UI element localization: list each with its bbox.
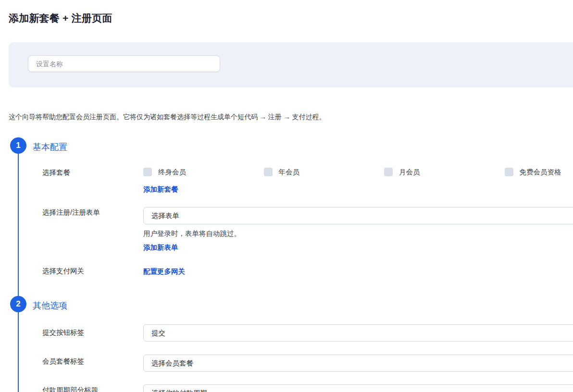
plan-option-free[interactable]: 免费会员资格 [505, 168, 573, 176]
step2-number: 2 [16, 299, 20, 309]
wizard-page: 添加新套餐 + 注册页面 这个向导将帮助您配置会员注册页面。它将仅为诸如套餐选择… [0, 0, 573, 392]
step1-circle: 1 [10, 137, 26, 154]
submit-label-input[interactable] [143, 324, 573, 342]
plan-option-label: 终身会员 [158, 168, 186, 176]
settings-panel [9, 42, 573, 87]
form-select[interactable]: 选择表单 [143, 207, 573, 224]
plan-option-label: 免费会员资格 [520, 168, 561, 176]
wizard-description: 这个向导将帮助您配置会员注册页面。它将仅为诸如套餐选择等过程生成单个短代码 → … [9, 113, 326, 122]
plan-checkbox[interactable] [264, 168, 273, 176]
step2-circle: 2 [10, 296, 26, 312]
form-hint: 用户登录时，表单将自动跳过。 [143, 229, 241, 238]
step1-number: 1 [16, 141, 20, 150]
setting-name-input[interactable] [28, 55, 220, 72]
plan-option-monthly[interactable]: 月会员 [384, 168, 505, 176]
plan-row-label: 选择套餐 [42, 168, 70, 177]
plan-label-input[interactable] [143, 355, 573, 372]
billing-title-input[interactable] [143, 384, 573, 392]
submit-label-field-label: 提交按钮标签 [42, 328, 84, 337]
plan-option-label: 月会员 [399, 168, 420, 176]
step1-heading: 基本配置 [33, 141, 67, 153]
plan-checkbox-group: 终身会员 年会员 月会员 免费会员资格 [143, 168, 573, 176]
gateway-row-label: 选择支付网关 [42, 267, 84, 276]
add-plan-link[interactable]: 添加新套餐 [143, 185, 178, 194]
plan-checkbox[interactable] [143, 168, 152, 176]
step-connector-line [18, 144, 19, 392]
billing-title-field-label: 付款周期部分标题 [42, 386, 98, 392]
plan-option-yearly[interactable]: 年会员 [264, 168, 385, 176]
plan-label-field-label: 会员套餐标签 [42, 357, 84, 366]
plan-option-lifetime[interactable]: 终身会员 [143, 168, 264, 176]
plan-option-label: 年会员 [279, 168, 300, 176]
step2-heading: 其他选项 [33, 300, 67, 311]
plan-checkbox[interactable] [505, 168, 513, 176]
form-row-label: 选择注册/注册表单 [42, 208, 100, 217]
page-title: 添加新套餐 + 注册页面 [9, 12, 112, 25]
configure-gateways-link[interactable]: 配置更多网关 [143, 267, 185, 276]
plan-checkbox[interactable] [384, 168, 393, 176]
add-form-link[interactable]: 添加新表单 [143, 243, 178, 252]
